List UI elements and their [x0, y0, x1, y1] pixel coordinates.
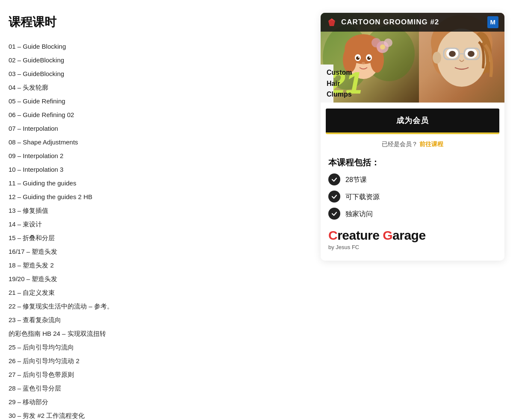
svg-point-15 — [362, 62, 365, 65]
brand-garage-rest: arage — [392, 228, 426, 242]
course-includes-list: 28节课可下载资源独家访问 — [328, 173, 497, 220]
brand-c-letter: C — [328, 228, 337, 242]
page-title: 课程课时 — [9, 13, 304, 32]
list-item: 09 – Interpolation 2 — [9, 149, 304, 163]
list-item: 07 – Interpolation — [9, 122, 304, 135]
svg-point-14 — [369, 57, 371, 58]
svg-point-13 — [358, 57, 360, 58]
list-item: 03 – GuideBlocking — [9, 67, 304, 81]
course-card: CARTOON GROOMING #2 M — [321, 13, 504, 261]
list-item: 25 – 后向引导均匀流向 — [9, 341, 304, 354]
list-item: 19/20 – 塑造头发 — [9, 272, 304, 286]
banner-top-bar: CARTOON GROOMING #2 M — [321, 13, 504, 32]
list-item: 的彩色指南 HB 24 – 实现双流扭转 — [9, 327, 304, 341]
gem-icon — [327, 17, 337, 27]
includes-item: 独家访问 — [328, 208, 497, 220]
course-banner: CARTOON GROOMING #2 M — [321, 13, 504, 103]
list-item: 01 – Guide Blocking — [9, 40, 304, 53]
member-status-text: 已经是会员？ — [382, 141, 418, 147]
list-item: 06 – Guide Refining 02 — [9, 108, 304, 122]
list-item: 10 – Interpolation 3 — [9, 163, 304, 176]
banner-title: CARTOON GROOMING #2 — [341, 16, 439, 28]
list-item: 16/17 – 塑造头发 — [9, 245, 304, 258]
right-column: CARTOON GROOMING #2 M — [321, 13, 504, 261]
svg-point-18 — [371, 38, 381, 47]
includes-item: 28节课 — [328, 173, 497, 185]
includes-item: 可下载资源 — [328, 191, 497, 203]
list-item: 05 – Guide Refining — [9, 94, 304, 108]
includes-item-label: 28节课 — [345, 174, 367, 185]
brand-name: Creature Garage — [328, 228, 426, 242]
svg-point-17 — [384, 38, 392, 47]
banner-m-badge: M — [487, 16, 499, 28]
check-circle-icon — [328, 191, 340, 203]
go-to-course-link[interactable]: 前往课程 — [419, 141, 443, 147]
svg-point-19 — [380, 44, 385, 50]
banner-subtitle-bar: Custom Hair Clumps — [321, 65, 333, 103]
brand-by: by Jesus FC — [328, 243, 359, 252]
check-circle-icon — [328, 208, 340, 220]
check-circle-icon — [328, 173, 340, 185]
svg-point-27 — [468, 51, 475, 57]
list-item: 27 – 后向引导色带原则 — [9, 368, 304, 382]
become-member-button[interactable]: 成为会员 — [326, 109, 499, 134]
list-item: 26 – 后向引导均匀流动 2 — [9, 354, 304, 368]
includes-item-label: 可下载资源 — [345, 191, 380, 203]
list-item: 21 – 自定义发束 — [9, 286, 304, 300]
list-item: 02 – GuideBlocking — [9, 53, 304, 67]
list-item: 08 – Shape Adjustments — [9, 135, 304, 149]
lesson-list: 01 – Guide Blocking02 – GuideBlocking03 … — [9, 40, 304, 420]
list-item: 22 – 修复现实生活中的流动 – 参考。 — [9, 300, 304, 313]
brand-creature-rest: reature — [337, 228, 383, 242]
list-item: 14 – 束设计 — [9, 217, 304, 231]
list-item: 28 – 蓝色引导分层 — [9, 382, 304, 395]
page-container: 课程课时 01 – Guide Blocking02 – GuideBlocki… — [0, 0, 513, 420]
svg-point-26 — [449, 51, 456, 57]
member-status: 已经是会员？ 前往课程 — [326, 139, 499, 149]
list-item: 13 – 修复插值 — [9, 204, 304, 217]
list-item: 04 – 头发轮廓 — [9, 81, 304, 94]
list-item: 11 – Guiding the guides — [9, 176, 304, 190]
list-item: 12 – Guiding the guides 2 HB — [9, 190, 304, 204]
left-column: 课程课时 01 – Guide Blocking02 – GuideBlocki… — [9, 13, 304, 420]
list-item: 29 – 移动部分 — [9, 395, 304, 409]
brand-logo: Creature Garage by Jesus FC — [328, 228, 497, 252]
brand-g-letter: G — [383, 228, 392, 242]
list-item: 23 – 查看复杂流向 — [9, 313, 304, 327]
banner-top-bar-left: CARTOON GROOMING #2 — [327, 16, 439, 28]
list-item: 15 – 折叠和分层 — [9, 231, 304, 245]
course-includes-title: 本课程包括： — [328, 156, 497, 169]
svg-point-31 — [433, 52, 441, 64]
list-item: 18 – 塑造头发 2 — [9, 258, 304, 272]
list-item: 30 – 剪发 #2 工作流程变化 — [9, 409, 304, 420]
includes-item-label: 独家访问 — [345, 209, 373, 220]
